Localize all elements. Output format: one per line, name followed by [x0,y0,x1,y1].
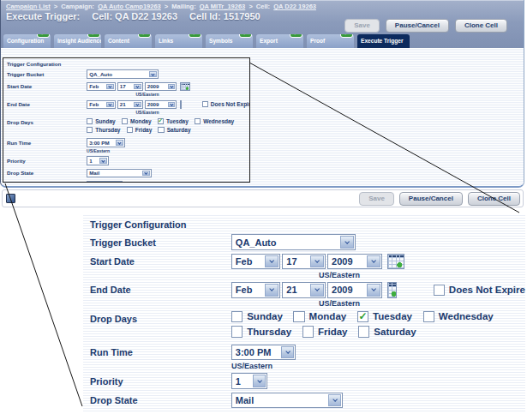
breadcrumb-link-mailing[interactable]: QA MITr_19263 [200,3,246,10]
drop-day-checkbox[interactable] [195,118,201,124]
drop-day-checkbox[interactable] [358,326,369,337]
timezone-label: US/Eastern [87,148,249,153]
calendar-icon[interactable] [387,254,405,270]
field-priority: Priority 1 [7,156,249,165]
dropdown-arrow-icon[interactable] [142,171,150,177]
drop-day-checkbox[interactable] [122,118,128,124]
start-month-select[interactable]: Feb [87,82,116,92]
end-year-select[interactable]: 2009 [327,282,381,298]
breadcrumb-link-cell[interactable]: QA D22 19263 [273,3,316,10]
dropdown-arrow-icon[interactable] [340,236,353,249]
pause-cancel-button[interactable]: Pause/Cancel [399,192,463,206]
drop-day-checkbox-checked[interactable] [357,311,368,322]
end-year-select[interactable]: 2009 [145,100,177,110]
dropdown-arrow-icon[interactable] [253,375,266,387]
calendar-icon[interactable] [180,82,190,92]
end-month-select[interactable]: Feb [231,282,280,298]
run-time-select[interactable]: 3:00 PM [87,138,125,147]
drop-day-checkbox[interactable] [293,311,304,322]
trigger-bucket-select[interactable]: QA_Auto [231,234,356,250]
trigger-bucket-select[interactable]: QA_Auto [87,69,159,79]
tab-label: Symbols [209,38,232,44]
start-month-select[interactable]: Feb [231,254,280,270]
dropdown-arrow-icon[interactable] [310,255,323,268]
save-button[interactable]: Save [359,192,394,206]
selected-value: 3:00 PM [87,140,114,146]
tab-links[interactable]: Links [155,34,202,48]
drop-state-select[interactable]: Mail [87,169,152,178]
breadcrumb-link-campaign-list[interactable]: Campaign List [6,3,51,10]
drop-day-checkbox[interactable] [87,127,93,133]
breadcrumb-separator: > [165,3,168,10]
selected-value: Feb [87,101,105,107]
trigger-status-select[interactable]: Active [87,181,123,183]
dropdown-arrow-icon[interactable] [281,346,294,359]
tab-export[interactable]: Export [256,34,303,48]
drop-day-thursday: Thursday [87,127,120,133]
pause-cancel-button[interactable]: Pause/Cancel [386,19,449,33]
header-toolbar: Save Pause/Cancel Clone Cell [344,19,507,33]
selected-value: 21 [283,285,308,295]
complete-check-icon [239,34,252,38]
checkbox-label: Friday [135,127,153,133]
start-year-select[interactable]: 2009 [327,254,381,270]
end-day-select[interactable]: 21 [117,100,143,110]
dropdown-arrow-icon[interactable] [134,84,141,90]
drop-day-checkbox-checked[interactable] [158,118,164,124]
calendar-icon[interactable] [387,282,398,298]
field-drop-days: Drop Days Sunday Monday Tuesday Wednesda… [90,311,525,342]
breadcrumb-link-campaign[interactable]: QA Auto Camp19263 [98,3,161,10]
dropdown-arrow-icon[interactable] [168,102,176,108]
save-button[interactable]: Save [344,19,380,33]
trigger-form: Trigger Configuration Trigger Bucket QA_… [90,216,525,411]
dropdown-arrow-icon[interactable] [106,102,114,108]
dropdown-arrow-icon[interactable] [168,84,176,90]
window-content: Trigger Configuration Trigger Bucket QA_… [1,48,524,186]
clone-cell-button[interactable]: Clone Cell [468,192,520,206]
tab-symbols[interactable]: Symbols [206,34,253,48]
dropdown-arrow-icon[interactable] [310,284,323,297]
tab-insight-audience[interactable]: Insight Audience [54,34,101,48]
drop-day-checkbox[interactable] [158,127,164,133]
dropdown-arrow-icon[interactable] [99,158,107,164]
checkbox-label: Does Not Expire [449,285,525,295]
drop-day-checkbox[interactable] [423,311,434,322]
dropdown-arrow-icon[interactable] [134,102,141,108]
run-time-select[interactable]: 3:00 PM [231,345,296,361]
does-not-expire-checkbox[interactable] [202,101,208,107]
tab-execute-trigger[interactable]: Execute Trigger [357,34,410,48]
tab-content[interactable]: Content [105,34,152,48]
checkbox-label: Friday [318,327,348,337]
start-day-select[interactable]: 17 [282,254,325,270]
priority-select[interactable]: 1 [231,373,267,389]
priority-select[interactable]: 1 [87,156,109,165]
end-day-select[interactable]: 21 [282,282,325,298]
start-day-select[interactable]: 17 [117,82,143,92]
dropdown-arrow-icon[interactable] [149,71,157,77]
clone-cell-button[interactable]: Clone Cell [455,19,507,33]
drop-day-checkbox[interactable] [127,127,133,133]
dropdown-arrow-icon[interactable] [367,284,380,297]
does-not-expire-checkbox[interactable] [434,285,445,296]
calendar-icon[interactable] [180,100,182,110]
dropdown-arrow-icon[interactable] [116,140,123,146]
drop-day-checkbox[interactable] [302,326,314,337]
tab-configuration[interactable]: Configuration [3,34,51,48]
drop-day-checkbox[interactable] [87,118,93,124]
drop-day-tuesday: Tuesday [357,311,412,322]
start-year-select[interactable]: 2009 [145,82,177,92]
dropdown-arrow-icon[interactable] [265,284,278,297]
tab-proof[interactable]: Proof [307,34,354,48]
complete-check-icon [290,34,302,38]
dropdown-arrow-icon[interactable] [265,255,278,268]
panel-toggle-icon[interactable] [6,194,15,203]
dropdown-arrow-icon[interactable] [367,255,380,268]
dropdown-arrow-icon[interactable] [106,84,114,90]
field-label: Trigger Status [7,181,87,183]
drop-day-checkbox[interactable] [231,326,243,337]
field-end-date: End Date Feb 21 2009 Does Not Expire US/… [90,282,525,308]
drop-day-checkbox[interactable] [231,311,243,322]
dropdown-arrow-icon[interactable] [328,394,341,407]
end-month-select[interactable]: Feb [87,100,116,110]
drop-state-select[interactable]: Mail [231,393,343,409]
